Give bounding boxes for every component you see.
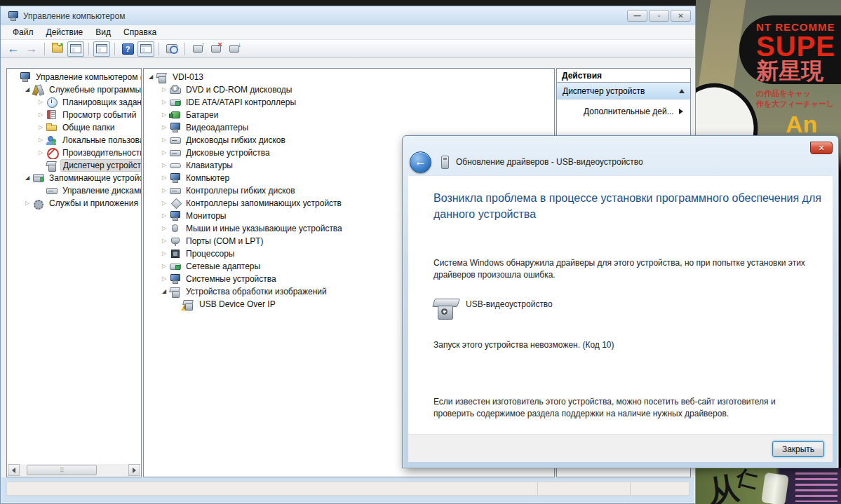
- collapse-icon[interactable]: [679, 89, 685, 93]
- driver-icon: [441, 156, 449, 169]
- help-icon[interactable]: ?: [119, 41, 136, 57]
- expanded-arrow-icon[interactable]: ◢: [160, 289, 168, 294]
- book-icon: [46, 110, 58, 120]
- collapsed-arrow-icon[interactable]: ▷: [160, 175, 168, 181]
- close-button[interactable]: ✕: [671, 10, 691, 22]
- back-button[interactable]: ←: [410, 151, 431, 173]
- collapsed-arrow-icon[interactable]: ▷: [160, 125, 168, 130]
- collapsed-arrow-icon[interactable]: ▷: [36, 125, 45, 130]
- badge-line3: 新星現: [756, 60, 841, 82]
- warning-icon: [181, 304, 188, 311]
- scan-hardware-changes-glyph: ↓: [229, 45, 239, 53]
- scrollbar-thumb[interactable]: [27, 465, 97, 475]
- close-button[interactable]: Закрыть: [772, 441, 824, 457]
- camera-lens: [441, 308, 448, 315]
- monitor-icon: [170, 173, 181, 183]
- collapsed-arrow-icon[interactable]: ▷: [160, 150, 168, 156]
- actions-more-actions[interactable]: Дополнительные дей...: [557, 104, 690, 119]
- wallpaper-pink-text-lines: [795, 472, 837, 502]
- device-category-батареи[interactable]: ▷Батареи: [144, 109, 554, 121]
- device-category-видеоадаптеры[interactable]: ▷Видеоадаптеры: [144, 121, 554, 134]
- collapsed-arrow-icon[interactable]: ▷: [160, 163, 168, 168]
- show-console-tree-icon[interactable]: [49, 41, 66, 57]
- actions-group-device-manager[interactable]: Диспетчер устройств: [557, 83, 690, 100]
- collapsed-arrow-icon[interactable]: ▷: [160, 226, 168, 231]
- drive-icon: [170, 135, 181, 145]
- show-console-tree-glyph: [52, 45, 63, 53]
- expanded-arrow-icon[interactable]: ◢: [23, 175, 32, 181]
- expanded-arrow-icon[interactable]: ◢: [23, 87, 32, 93]
- console-item-планировщик-заданий[interactable]: ▷Планировщик заданий: [7, 96, 141, 109]
- action-pane-glyph: [140, 44, 152, 53]
- collapsed-arrow-icon[interactable]: ▷: [36, 112, 45, 118]
- scroll-left-button[interactable]: [8, 464, 20, 476]
- minimize-button[interactable]: —: [627, 10, 647, 22]
- dialog-header: ← Обновление драйверов - USB-видеоустрой…: [410, 147, 806, 177]
- wallpaper-roll-shape: [761, 472, 789, 504]
- console-item-запоминающие-устройст[interactable]: ◢Запоминающие устройст: [7, 172, 141, 184]
- collapsed-arrow-icon[interactable]: ▷: [36, 100, 45, 105]
- monitor-icon: [170, 211, 181, 221]
- console-item-просмотр-событий[interactable]: ▷Просмотр событий: [7, 109, 141, 121]
- menu-1[interactable]: Действие: [40, 26, 90, 39]
- window-icon: [8, 11, 19, 21]
- console-item-управление-дисками[interactable]: Управление дисками: [7, 184, 141, 197]
- forward-icon[interactable]: →: [23, 41, 40, 57]
- console-window-glyph: [70, 44, 81, 53]
- uninstall-device-icon[interactable]: ✕: [208, 41, 224, 57]
- scan-hardware-changes-icon[interactable]: ↓: [226, 41, 243, 57]
- horizontal-scrollbar[interactable]: [8, 464, 140, 476]
- device-category-vdi-013[interactable]: ◢VDI-013: [144, 71, 554, 83]
- collapsed-arrow-icon[interactable]: ▷: [160, 200, 168, 206]
- collapsed-arrow-icon[interactable]: ▷: [160, 100, 168, 105]
- action-pane-icon[interactable]: [137, 41, 154, 57]
- console-item-общие-папки[interactable]: ▷Общие папки: [7, 121, 141, 134]
- console-tree-pane: Управление компьютером (л◢Служебные прог…: [6, 68, 142, 477]
- collapsed-arrow-icon[interactable]: ▷: [23, 200, 32, 206]
- collapsed-arrow-icon[interactable]: ▷: [160, 188, 168, 193]
- scroll-right-button[interactable]: [128, 464, 140, 476]
- console-item-управление-компьютером-л[interactable]: Управление компьютером (л: [7, 71, 141, 83]
- back-icon[interactable]: ←: [5, 41, 22, 57]
- users-icon: [46, 135, 58, 145]
- tree-item-label: Управление компьютером (л: [34, 71, 141, 83]
- console-item-производительность[interactable]: ▷Производительность: [7, 147, 141, 159]
- console-item-локальные-пользовате[interactable]: ▷Локальные пользовате: [7, 134, 141, 147]
- collapsed-arrow-icon[interactable]: ▷: [160, 87, 168, 93]
- expanded-arrow-icon[interactable]: ◢: [147, 74, 155, 80]
- collapsed-arrow-icon[interactable]: ▷: [160, 264, 168, 269]
- scan-computer-icon[interactable]: [163, 41, 180, 57]
- magazine-badge: NT RECOMME SUPE 新星現: [739, 15, 841, 84]
- tree-item-label: Запоминающие устройст: [47, 172, 141, 184]
- menu-0[interactable]: Файл: [6, 26, 40, 39]
- collapsed-arrow-icon[interactable]: ▷: [160, 213, 168, 219]
- collapsed-arrow-icon[interactable]: ▷: [160, 137, 168, 143]
- tree-item-label: Службы и приложения: [47, 198, 140, 209]
- caption-buttons: —▫✕: [627, 10, 691, 22]
- status-segment: [7, 482, 538, 495]
- tree-item-label: Общие папки: [60, 122, 116, 133]
- folder-icon: [46, 123, 58, 132]
- collapsed-arrow-icon[interactable]: ▷: [36, 137, 45, 143]
- collapsed-arrow-icon[interactable]: ▷: [160, 251, 168, 257]
- menu-2[interactable]: Вид: [89, 26, 117, 39]
- device-category-dvd-и-cd-rom-дисководы[interactable]: ▷DVD и CD-ROM дисководы: [144, 83, 554, 96]
- dialog-close-icon[interactable]: ✕: [810, 142, 833, 154]
- tree-item-label: Производительность: [60, 147, 141, 158]
- tree-item-label: Служебные программы: [47, 84, 141, 95]
- console-item-служебные-программы[interactable]: ◢Служебные программы: [7, 83, 141, 96]
- collapsed-arrow-icon[interactable]: ▷: [160, 238, 168, 244]
- tree-item-label: DVD и CD-ROM дисководы: [184, 84, 294, 95]
- update-driver-icon[interactable]: ↑: [189, 41, 206, 57]
- collapsed-arrow-icon[interactable]: ▷: [160, 112, 168, 118]
- collapsed-arrow-icon[interactable]: ▷: [36, 150, 45, 156]
- restore-button[interactable]: ▫: [649, 10, 669, 22]
- console-item-диспетчер-устройств[interactable]: Диспетчер устройств: [7, 159, 141, 172]
- properties-window-icon[interactable]: [93, 41, 110, 57]
- menu-3[interactable]: Справка: [117, 26, 163, 39]
- monitor-icon: [170, 123, 181, 132]
- console-window-icon[interactable]: [67, 41, 84, 57]
- collapsed-arrow-icon[interactable]: ▷: [160, 276, 168, 282]
- device-category-ide-ata-atapi-контроллеры[interactable]: ▷IDE ATA/ATAPI контроллеры: [144, 96, 554, 109]
- console-item-службы-и-приложения[interactable]: ▷Службы и приложения: [7, 197, 141, 210]
